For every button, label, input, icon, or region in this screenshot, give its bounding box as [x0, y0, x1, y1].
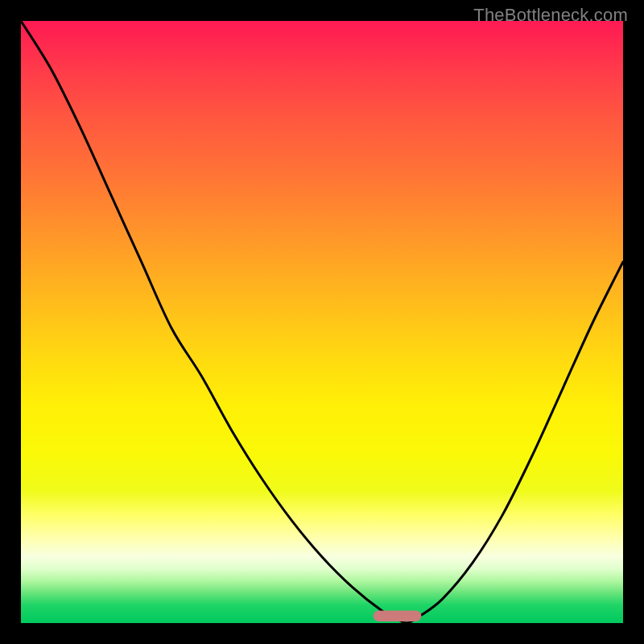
- chart-container: TheBottleneck.com: [0, 0, 644, 644]
- bottleneck-curve: [21, 21, 623, 623]
- watermark-text: TheBottleneck.com: [473, 5, 628, 26]
- plot-area: [21, 21, 623, 623]
- dip-marker: [374, 611, 422, 621]
- chart-svg: [21, 21, 623, 623]
